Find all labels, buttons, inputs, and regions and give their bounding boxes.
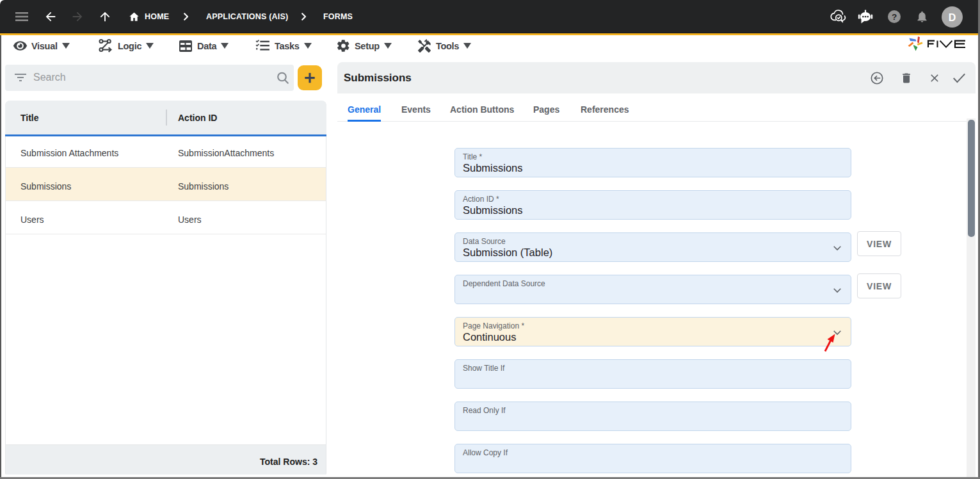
svg-text:?: ? bbox=[892, 12, 897, 22]
svg-text:D: D bbox=[949, 12, 956, 22]
